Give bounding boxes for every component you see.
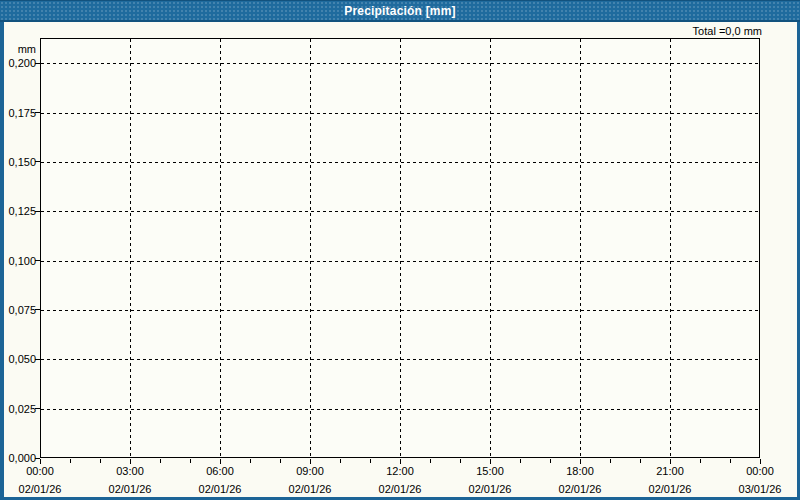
x-axis-minor-tick-mark: [550, 459, 551, 463]
x-axis-date-label: 02/01/26: [5, 482, 75, 496]
x-axis-minor-tick-mark: [280, 459, 281, 463]
x-axis-minor-tick-mark: [460, 459, 461, 463]
y-axis-tick-label: 0,125: [0, 204, 36, 218]
gridline-horizontal: [41, 261, 759, 262]
gridline-vertical: [670, 39, 671, 457]
chart-region: Total =0,0 mm mm 0,2000,1750,1500,1250,1…: [0, 22, 800, 500]
gridline-vertical: [400, 39, 401, 457]
gridline-horizontal: [41, 162, 759, 163]
y-axis-tick-label: 0,050: [0, 352, 36, 366]
x-axis-date-label: 02/01/26: [275, 482, 345, 496]
x-axis-date-label: 02/01/26: [455, 482, 525, 496]
gridline-horizontal: [41, 409, 759, 410]
x-axis-date-label: 02/01/26: [545, 482, 615, 496]
y-axis-tick-label: 0,075: [0, 303, 36, 317]
x-axis-minor-tick-mark: [340, 459, 341, 463]
y-axis-unit-label: mm: [0, 42, 36, 56]
plot-area: [40, 38, 760, 458]
y-axis-tick-label: 0,200: [0, 56, 36, 70]
x-axis-date-label: 03/01/26: [725, 482, 795, 496]
x-axis-minor-tick-mark: [70, 459, 71, 463]
x-axis-time-label: 06:00: [185, 464, 255, 478]
x-axis-time-label: 15:00: [455, 464, 525, 478]
gridline-horizontal: [41, 63, 759, 64]
x-axis-date-label: 02/01/26: [365, 482, 435, 496]
gridline-horizontal: [41, 310, 759, 311]
gridline-vertical: [130, 39, 131, 457]
x-axis-minor-tick-mark: [250, 459, 251, 463]
x-axis-minor-tick-mark: [520, 459, 521, 463]
chart-window: Precipitación [mm] Total =0,0 mm mm 0,20…: [0, 0, 800, 500]
x-axis-time-label: 00:00: [5, 464, 75, 478]
window-title-bar: Precipitación [mm]: [0, 0, 800, 22]
y-axis-tick-label: 0,025: [0, 402, 36, 416]
x-axis-minor-tick-mark: [640, 459, 641, 463]
gridline-vertical: [220, 39, 221, 457]
gridline-vertical: [580, 39, 581, 457]
x-axis-time-label: 03:00: [95, 464, 165, 478]
total-annotation: Total =0,0 mm: [693, 25, 762, 37]
window-frame-left: [0, 22, 4, 500]
gridline-horizontal: [41, 211, 759, 212]
x-axis-time-label: 12:00: [365, 464, 435, 478]
x-axis-minor-tick-mark: [370, 459, 371, 463]
x-axis-minor-tick-mark: [100, 459, 101, 463]
x-axis-minor-tick-mark: [190, 459, 191, 463]
x-axis-time-label: 18:00: [545, 464, 615, 478]
x-axis-date-label: 02/01/26: [185, 482, 255, 496]
x-axis-minor-tick-mark: [160, 459, 161, 463]
x-axis-time-label: 00:00: [725, 464, 795, 478]
x-axis-date-label: 02/01/26: [635, 482, 705, 496]
chart-title: Precipitación [mm]: [344, 4, 456, 18]
x-axis-minor-tick-mark: [430, 459, 431, 463]
y-axis-tick-label: 0,100: [0, 254, 36, 268]
y-axis-tick-label: 0,000: [0, 451, 36, 465]
y-axis-tick-label: 0,175: [0, 106, 36, 120]
gridline-vertical: [310, 39, 311, 457]
y-axis-tick-label: 0,150: [0, 155, 36, 169]
gridline-vertical: [490, 39, 491, 457]
x-axis-time-label: 21:00: [635, 464, 705, 478]
gridline-horizontal: [41, 113, 759, 114]
x-axis-date-label: 02/01/26: [95, 482, 165, 496]
x-axis-minor-tick-mark: [700, 459, 701, 463]
gridline-horizontal: [41, 359, 759, 360]
x-axis-time-label: 09:00: [275, 464, 345, 478]
x-axis-minor-tick-mark: [730, 459, 731, 463]
x-axis-minor-tick-mark: [610, 459, 611, 463]
